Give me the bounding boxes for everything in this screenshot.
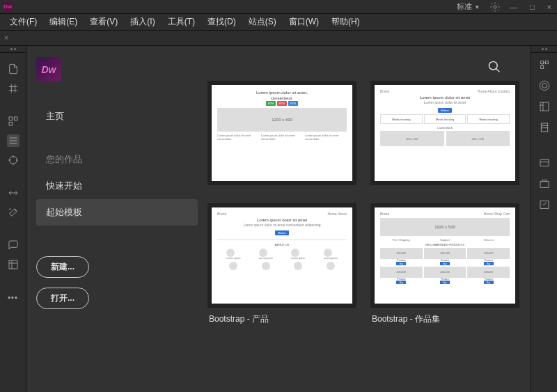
thumb-text: 1920 x 500 — [380, 218, 510, 236]
thumb-text: Media heading — [380, 114, 423, 124]
thumb-text: Latest Work — [380, 126, 510, 130]
svg-line-17 — [496, 69, 500, 72]
nav-quick-start[interactable]: 快速开始 — [36, 173, 207, 199]
svg-point-7 — [9, 157, 17, 164]
thumb-text: Lorem ipsum dolor sit amet, — [217, 91, 347, 95]
thumb-text: RECOMMENDED PRODUCTS — [380, 243, 510, 246]
target-icon[interactable] — [7, 154, 19, 166]
start-screen: Dw 主页 您的作品 快速开始 起始模板 新建... 打开... — [26, 46, 531, 392]
minimize-button[interactable]: — — [507, 3, 520, 11]
svg-point-16 — [489, 62, 498, 70]
files-panel-icon[interactable] — [538, 121, 551, 134]
menu-file[interactable]: 文件(F) — [4, 15, 42, 29]
svg-point-12 — [9, 209, 10, 210]
dom-icon[interactable] — [7, 115, 19, 127]
thumb-text: 400 x 200 — [446, 131, 510, 146]
swap-icon[interactable] — [7, 187, 19, 199]
menu-find[interactable]: 查找(D) — [202, 15, 242, 29]
nav-starter-templates[interactable]: 起始模板 — [36, 199, 198, 226]
svg-rect-3 — [9, 122, 13, 125]
thumb-text: consectetur. — [217, 96, 347, 100]
thumb-text: 1200 x 400 — [217, 108, 347, 132]
templates-panel: Lorem ipsum dolor sit amet, consectetur.… — [207, 46, 531, 392]
close-button[interactable]: × — [544, 3, 554, 11]
svg-point-23 — [540, 81, 549, 90]
thumb-text: Media heading — [424, 114, 466, 124]
menu-insert[interactable]: 插入(I) — [125, 15, 160, 29]
template-card[interactable]: BrandHome About Contact Lorem ipsum dolo… — [370, 81, 519, 194]
template-thumbnail: BrandHome Shop Cart 1920 x 500 Free Ship… — [370, 203, 519, 308]
open-button[interactable]: 打开... — [36, 288, 89, 309]
svg-point-0 — [494, 6, 496, 8]
svg-rect-25 — [540, 102, 549, 111]
thumb-text: Product — [380, 259, 423, 262]
start-sidebar: Dw 主页 您的作品 快速开始 起始模板 新建... 打开... — [26, 46, 207, 392]
maximize-button[interactable]: □ — [527, 3, 538, 11]
menu-tools[interactable]: 工具(T) — [162, 15, 201, 29]
template-label — [370, 185, 519, 194]
menu-site[interactable]: 站点(S) — [243, 15, 282, 29]
menu-help[interactable]: 帮助(H) — [326, 15, 366, 29]
svg-rect-13 — [9, 260, 17, 269]
app-icon: Dw — [3, 2, 13, 12]
behaviors-icon[interactable] — [538, 198, 551, 211]
menu-view[interactable]: 查看(V) — [84, 15, 123, 29]
wand-icon[interactable] — [7, 206, 19, 219]
svg-rect-20 — [540, 65, 543, 68]
template-thumbnail: BrandHome About Contact Lorem ipsum dolo… — [370, 81, 519, 185]
nav-home[interactable]: 主页 — [36, 103, 207, 130]
template-card[interactable]: BrandHome About Lorem ipsum dolor sit am… — [207, 203, 356, 328]
nav-your-work[interactable]: 您的作品 — [36, 146, 207, 173]
svg-rect-1 — [9, 117, 13, 120]
snippets-icon[interactable] — [538, 157, 551, 169]
template-label — [207, 185, 356, 194]
assets-icon[interactable] — [538, 178, 551, 190]
titlebar: Dw 标准 — □ × — [0, 0, 557, 14]
expand-icon[interactable] — [7, 82, 19, 95]
cc-libraries-icon[interactable] — [538, 79, 551, 92]
thumb-text: Lorem ipsum dolor sit amet — [380, 95, 510, 100]
svg-rect-29 — [540, 159, 549, 166]
template-label: Bootstrap - 作品集 — [370, 308, 519, 328]
search-icon[interactable] — [487, 60, 501, 74]
svg-rect-18 — [540, 61, 543, 64]
css-designer-icon[interactable] — [538, 58, 551, 71]
menubar: 文件(F) 编辑(E) 查看(V) 插入(I) 工具(T) 查找(D) 站点(S… — [0, 14, 557, 31]
new-button[interactable]: 新建... — [36, 256, 89, 278]
document-toolbar: × — [0, 31, 557, 46]
more-tools-icon[interactable]: ••• — [7, 291, 19, 304]
svg-rect-26 — [541, 123, 547, 132]
insert-panel-icon[interactable] — [538, 100, 551, 113]
svg-rect-2 — [14, 117, 17, 120]
template-thumbnail: Lorem ipsum dolor sit amet, consectetur.… — [207, 81, 356, 185]
thumb-text: Product — [467, 278, 510, 281]
thumb-text: 400 x 200 — [380, 131, 444, 146]
template-card[interactable]: Lorem ipsum dolor sit amet, consectetur.… — [207, 81, 356, 194]
thumb-text: Lorem ipsum dolor sit amet — [217, 218, 347, 222]
template-card[interactable]: BrandHome Shop Cart 1920 x 500 Free Ship… — [370, 203, 519, 328]
file-icon[interactable] — [7, 63, 19, 75]
svg-rect-31 — [540, 182, 549, 188]
left-tool-rail: ••• — [0, 46, 26, 392]
template-thumbnail: BrandHome About Lorem ipsum dolor sit am… — [207, 203, 356, 308]
workspace-switcher[interactable]: 标准 — [453, 1, 483, 13]
comment-icon[interactable] — [7, 239, 19, 251]
thumb-text: Product — [380, 278, 423, 281]
menu-window[interactable]: 窗口(W) — [283, 15, 324, 29]
svg-point-24 — [542, 84, 547, 88]
thumb-text: Media heading — [467, 114, 510, 124]
dreamweaver-logo: Dw — [36, 57, 61, 82]
thumb-text: Product — [424, 259, 466, 262]
toolbar-close-icon[interactable]: × — [4, 34, 8, 42]
grid-icon[interactable] — [7, 258, 19, 271]
svg-rect-19 — [545, 61, 548, 64]
list-icon[interactable] — [7, 134, 19, 147]
menu-edit[interactable]: 编辑(E) — [44, 15, 83, 29]
thumb-text: Product — [424, 278, 466, 281]
thumb-text: Product — [467, 259, 510, 262]
template-label: Bootstrap - 产品 — [207, 308, 356, 328]
right-panel-rail — [531, 46, 557, 392]
sync-settings-icon[interactable] — [489, 1, 501, 13]
thumb-text: ABOUT US — [217, 243, 347, 246]
